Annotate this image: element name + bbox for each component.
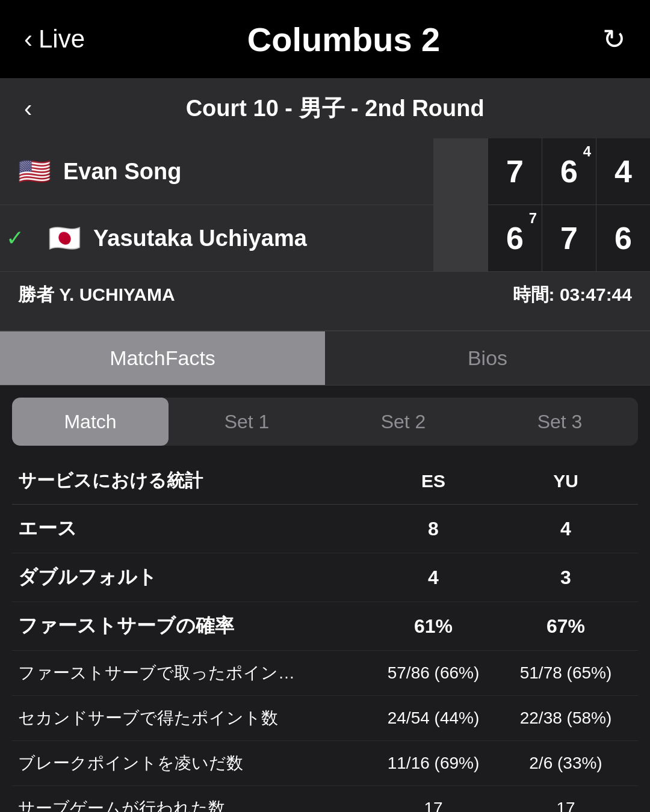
player1-info: 🇺🇸 Evan Song xyxy=(0,156,433,187)
stats-header-row: サービスにおける統計 ES YU xyxy=(12,458,638,505)
stats-row-second-serve-pts: セカンドサーブで得たポイント数 24/54 (44%) 22/38 (58%) xyxy=(12,696,638,741)
sub-tabs: Match Set 1 Set 2 Set 3 xyxy=(12,398,638,446)
player1-score-cells: 7 6 4 4 xyxy=(433,138,650,205)
stats-label-first-serve-pts: ファーストサーブで取ったポイン… xyxy=(18,662,367,684)
player1-score-set1: 7 xyxy=(488,138,542,205)
stats-player2-code: YU xyxy=(500,471,632,491)
stats-value-break-pts-es: 11/16 (69%) xyxy=(367,754,500,773)
player2-info: 🇯🇵 Yasutaka Uchiyama xyxy=(30,223,433,254)
stats-category-label: サービスにおける統計 xyxy=(18,469,367,493)
winner-label: 勝者 Y. UCHIYAMA xyxy=(18,283,175,307)
sub-tab-set2[interactable]: Set 2 xyxy=(325,398,481,446)
refresh-button[interactable]: ↻ xyxy=(602,23,626,55)
back-chevron-icon: ‹ xyxy=(24,25,32,54)
stats-row-serve-games: サーブゲームが行われた数 17 17 xyxy=(12,786,638,812)
player2-score-set1-super: 7 xyxy=(529,210,537,227)
sub-tab-set1[interactable]: Set 1 xyxy=(169,398,325,446)
stats-section: サービスにおける統計 ES YU エース 8 4 ダブルフォルト 4 3 ファー… xyxy=(0,458,650,812)
main-tabs: MatchFacts Bios xyxy=(0,331,650,386)
stats-value-first-serve-pts-yu: 51/78 (65%) xyxy=(500,663,632,683)
scoreboard: 🇺🇸 Evan Song 7 6 4 4 ✓ 🇯🇵 Yasutaka Uchiy… xyxy=(0,138,650,331)
player1-score-row: 🇺🇸 Evan Song 7 6 4 4 xyxy=(0,138,650,205)
stats-label-aces: エース xyxy=(18,515,367,542)
player2-score-cells: 6 7 7 6 xyxy=(433,205,650,271)
player1-name: Evan Song xyxy=(63,159,181,185)
match-result-row: 勝者 Y. UCHIYAMA 時間: 03:47:44 xyxy=(0,272,650,318)
court-back-button[interactable]: ‹ xyxy=(24,95,32,122)
stats-label-serve-games: サーブゲームが行われた数 xyxy=(18,797,367,812)
stats-player1-code: ES xyxy=(367,471,500,491)
player1-score-set3: 4 xyxy=(596,138,650,205)
court-title: Court 10 - 男子 - 2nd Round xyxy=(44,93,626,124)
player2-score-row: ✓ 🇯🇵 Yasutaka Uchiyama 6 7 7 6 xyxy=(0,205,650,272)
stats-value-df-es: 4 xyxy=(367,567,500,589)
stats-value-second-serve-pts-yu: 22/38 (58%) xyxy=(500,709,632,728)
match-time: 時間: 03:47:44 xyxy=(513,283,632,307)
stats-label-second-serve-pts: セカンドサーブで得たポイント数 xyxy=(18,707,367,730)
player2-name: Yasutaka Uchiyama xyxy=(93,226,307,251)
stats-row-first-serve-pts: ファーストサーブで取ったポイン… 57/86 (66%) 51/78 (65%) xyxy=(12,651,638,696)
player1-score-empty xyxy=(433,138,488,205)
sub-tab-match[interactable]: Match xyxy=(12,398,169,446)
stats-value-first-serve-pct-yu: 67% xyxy=(500,615,632,638)
stats-value-df-yu: 3 xyxy=(500,567,632,589)
top-navigation-bar: ‹ Live Columbus 2 ↻ xyxy=(0,0,650,78)
tab-matchfacts[interactable]: MatchFacts xyxy=(0,331,325,385)
stats-label-df: ダブルフォルト xyxy=(18,564,367,591)
stats-value-aces-es: 8 xyxy=(367,518,500,540)
player2-score-set3: 6 xyxy=(596,205,650,271)
stats-value-serve-games-es: 17 xyxy=(367,799,500,812)
stats-value-second-serve-pts-es: 24/54 (44%) xyxy=(367,709,500,728)
stats-row-break-pts: ブレークポイントを凌いだ数 11/16 (69%) 2/6 (33%) xyxy=(12,741,638,786)
stats-label-break-pts: ブレークポイントを凌いだ数 xyxy=(18,752,367,775)
stats-value-first-serve-pct-es: 61% xyxy=(367,615,500,638)
stats-value-aces-yu: 4 xyxy=(500,518,632,540)
court-header: ‹ Court 10 - 男子 - 2nd Round xyxy=(0,78,650,138)
back-live-label: Live xyxy=(39,25,85,54)
stats-row-first-serve-pct: ファーストサーブの確率 61% 67% xyxy=(12,602,638,651)
stats-value-serve-games-yu: 17 xyxy=(500,799,632,812)
player2-score-empty xyxy=(433,205,488,271)
stats-label-first-serve-pct: ファーストサーブの確率 xyxy=(18,613,367,639)
back-to-live-button[interactable]: ‹ Live xyxy=(24,25,85,54)
sub-tab-set3[interactable]: Set 3 xyxy=(481,398,638,446)
stats-row-df: ダブルフォルト 4 3 xyxy=(12,553,638,602)
player1-score-set2-super: 4 xyxy=(583,143,591,160)
winner-checkmark: ✓ xyxy=(0,226,30,251)
stats-value-break-pts-yu: 2/6 (33%) xyxy=(500,754,632,773)
tab-bios[interactable]: Bios xyxy=(325,331,650,385)
player1-score-set2: 6 4 xyxy=(542,138,596,205)
player2-flag: 🇯🇵 xyxy=(48,223,81,254)
stats-value-first-serve-pts-es: 57/86 (66%) xyxy=(367,663,500,683)
stats-row-aces: エース 8 4 xyxy=(12,505,638,553)
sub-tabs-container: Match Set 1 Set 2 Set 3 xyxy=(0,386,650,458)
player2-score-set1: 6 7 xyxy=(488,205,542,271)
player2-score-set2: 7 xyxy=(542,205,596,271)
player1-flag: 🇺🇸 xyxy=(18,156,51,187)
page-title: Columbus 2 xyxy=(247,20,440,59)
